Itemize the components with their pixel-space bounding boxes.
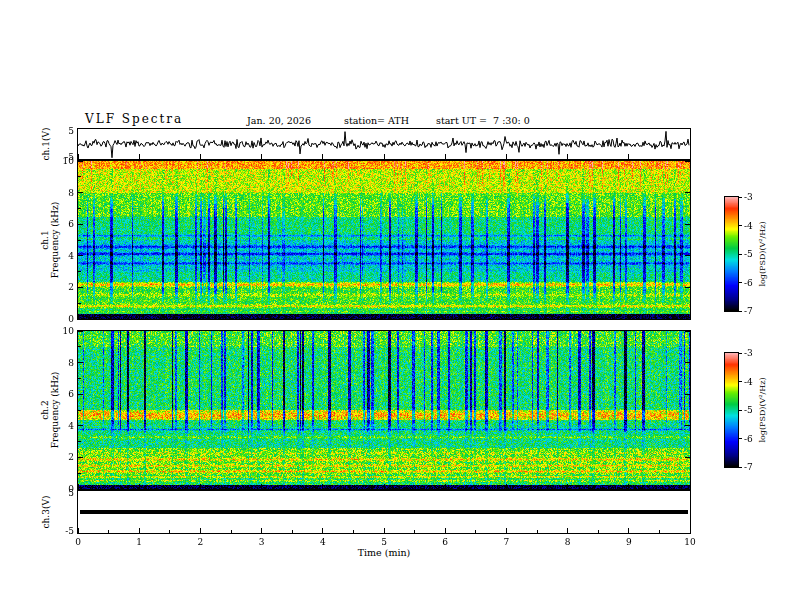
x-major-tick bbox=[567, 528, 568, 533]
freq-tick-label: 2 bbox=[48, 282, 74, 292]
x-major-tick bbox=[384, 314, 385, 319]
x-major-tick bbox=[445, 314, 446, 319]
x-minor-tick bbox=[598, 530, 599, 533]
freq-major-tick bbox=[78, 255, 83, 256]
x-minor-tick bbox=[414, 530, 415, 533]
x-tick-label: 1 bbox=[127, 537, 151, 547]
colorbar-ch2-gradient bbox=[725, 353, 738, 467]
x-major-tick bbox=[322, 484, 323, 489]
colorbar-tick bbox=[739, 282, 742, 283]
colorbar-ch1-label: log(PSD)(V²/Hz) bbox=[758, 221, 768, 286]
freq-tick-label: 0 bbox=[48, 314, 74, 324]
x-minor-tick bbox=[659, 530, 660, 533]
colorbar-tick bbox=[739, 254, 742, 255]
colorbar-tick bbox=[739, 311, 742, 312]
x-minor-tick bbox=[169, 530, 170, 533]
x-major-tick bbox=[690, 154, 691, 159]
x-major-tick bbox=[261, 484, 262, 489]
station-label: station= ATH bbox=[344, 115, 409, 126]
freq-minor-tick bbox=[78, 346, 81, 347]
colorbar-tick-label: -6 bbox=[744, 434, 753, 444]
freq-minor-tick bbox=[78, 473, 81, 474]
x-major-tick bbox=[445, 154, 446, 159]
freq-major-tick bbox=[78, 457, 83, 458]
colorbar-tick bbox=[739, 438, 742, 439]
x-major-tick bbox=[445, 528, 446, 533]
x-major-tick bbox=[506, 528, 507, 533]
freq-minor-tick bbox=[78, 271, 81, 272]
colorbar-tick bbox=[739, 225, 742, 226]
volt-tick-label: -5 bbox=[48, 526, 74, 536]
x-tick-label: 7 bbox=[494, 537, 518, 547]
x-major-tick bbox=[567, 484, 568, 489]
x-minor-tick bbox=[108, 530, 109, 533]
colorbar-tick bbox=[739, 197, 742, 198]
freq-tick-label: 6 bbox=[48, 219, 74, 229]
ch2-spectrogram-panel bbox=[77, 330, 691, 490]
colorbar-ch1-gradient bbox=[725, 197, 738, 311]
x-major-tick bbox=[139, 528, 140, 533]
x-major-tick bbox=[506, 154, 507, 159]
freq-major-tick bbox=[78, 192, 83, 193]
x-major-tick bbox=[322, 154, 323, 159]
colorbar-tick bbox=[739, 353, 742, 354]
x-major-tick bbox=[628, 154, 629, 159]
x-major-tick bbox=[139, 484, 140, 489]
x-major-tick bbox=[139, 314, 140, 319]
figure-title: VLF Spectra bbox=[85, 112, 183, 126]
x-major-tick bbox=[200, 484, 201, 489]
vlf-spectra-figure: VLF Spectra Jan. 20, 2026 station= ATH s… bbox=[0, 0, 792, 612]
x-major-tick bbox=[322, 314, 323, 319]
x-minor-tick bbox=[537, 530, 538, 533]
colorbar-ch1 bbox=[724, 196, 739, 312]
x-major-tick bbox=[567, 314, 568, 319]
colorbar-tick-label: -5 bbox=[744, 405, 753, 415]
colorbar-tick-label: -6 bbox=[744, 278, 753, 288]
freq-major-tick bbox=[685, 319, 690, 320]
colorbar-ch2-label: log(PSD)(V²/Hz) bbox=[758, 377, 768, 442]
x-tick-label: 0 bbox=[66, 537, 90, 547]
freq-tick-label: 8 bbox=[48, 358, 74, 368]
freq-minor-tick bbox=[78, 410, 81, 411]
freq-tick-label: 4 bbox=[48, 251, 74, 261]
date-label: Jan. 20, 2026 bbox=[247, 115, 311, 126]
freq-major-tick bbox=[685, 394, 690, 395]
x-major-tick bbox=[200, 528, 201, 533]
volt-tick-label: 5 bbox=[48, 488, 74, 498]
ch1-spec-ylabel: ch.1 Frequency (kHz) bbox=[40, 202, 60, 279]
time-axis-label: Time (min) bbox=[78, 547, 690, 558]
freq-major-tick bbox=[685, 287, 690, 288]
ch1-spectrogram-canvas bbox=[78, 161, 690, 319]
freq-major-tick bbox=[78, 224, 83, 225]
x-major-tick bbox=[200, 154, 201, 159]
freq-major-tick bbox=[78, 362, 83, 363]
ch2-spec-frequency-label: Frequency (kHz) bbox=[50, 372, 60, 449]
ch3-wave-ylabel: ch.3(V) bbox=[41, 496, 51, 529]
x-minor-tick bbox=[231, 530, 232, 533]
x-major-tick bbox=[261, 314, 262, 319]
x-major-tick bbox=[261, 528, 262, 533]
freq-minor-tick bbox=[78, 176, 81, 177]
freq-major-tick bbox=[685, 224, 690, 225]
freq-major-tick bbox=[78, 161, 83, 162]
x-tick-label: 9 bbox=[617, 537, 641, 547]
colorbar-tick-label: -3 bbox=[744, 348, 753, 358]
colorbar-tick-label: -3 bbox=[744, 192, 753, 202]
freq-minor-tick bbox=[78, 240, 81, 241]
ch2-spec-channel-label: ch.2 bbox=[40, 372, 50, 449]
freq-major-tick bbox=[78, 489, 83, 490]
freq-tick-label: 8 bbox=[48, 188, 74, 198]
freq-major-tick bbox=[78, 287, 83, 288]
freq-major-tick bbox=[685, 489, 690, 490]
colorbar-tick-label: -5 bbox=[744, 249, 753, 259]
freq-minor-tick bbox=[78, 208, 81, 209]
freq-major-tick bbox=[685, 362, 690, 363]
volt-tick-label: 5 bbox=[48, 126, 74, 136]
ch2-spec-ylabel: ch.2 Frequency (kHz) bbox=[40, 372, 60, 449]
freq-major-tick bbox=[685, 425, 690, 426]
colorbar-tick-label: -7 bbox=[744, 462, 753, 472]
x-major-tick bbox=[78, 528, 79, 533]
ch2-spectrogram-canvas bbox=[78, 331, 690, 489]
freq-major-tick bbox=[78, 394, 83, 395]
colorbar-tick bbox=[739, 381, 742, 382]
